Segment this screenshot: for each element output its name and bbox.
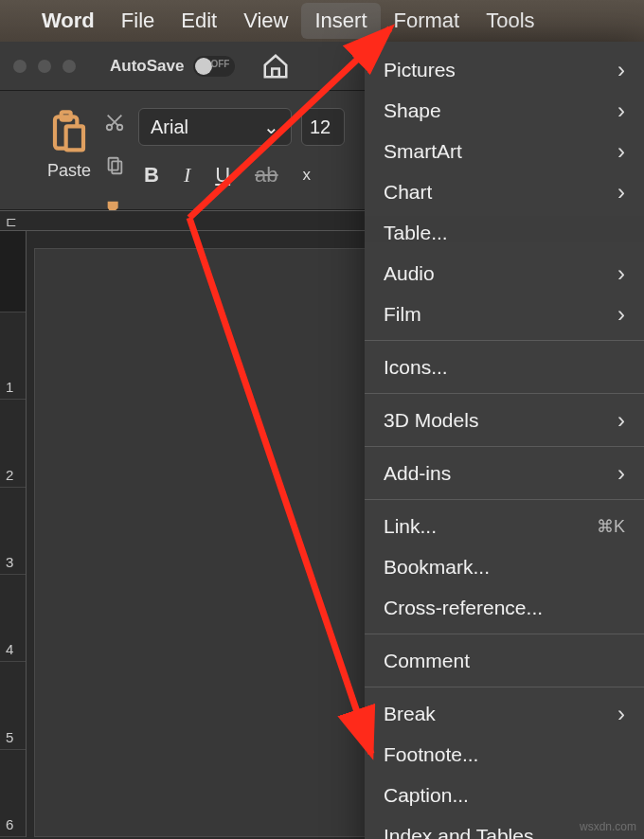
- menu-item-comment[interactable]: Comment: [365, 640, 644, 681]
- menu-item-3d-models[interactable]: 3D Models›: [365, 400, 644, 440]
- menu-item-label: Table...: [384, 222, 448, 244]
- paste-label: Paste: [47, 161, 91, 181]
- subscript-button[interactable]: x: [303, 166, 312, 185]
- menu-separator: [365, 340, 644, 341]
- font-name-select[interactable]: Arial ⌄: [138, 108, 292, 146]
- font-size-value: 12: [310, 116, 331, 138]
- home-icon[interactable]: [261, 52, 290, 80]
- ruler-tick: 6: [6, 816, 13, 832]
- menu-item-label: Footnote...: [384, 743, 478, 766]
- chevron-down-icon: ⌄: [263, 116, 279, 138]
- menu-item-table[interactable]: Table...: [365, 212, 644, 253]
- chevron-right-icon: ›: [617, 179, 625, 205]
- ruler-tick: 3: [6, 554, 13, 570]
- menu-item-footnote[interactable]: Footnote...: [365, 734, 644, 775]
- menu-item-shape[interactable]: Shape›: [365, 90, 644, 131]
- menu-item-label: 3D Models: [384, 409, 478, 432]
- svg-rect-6: [112, 161, 121, 173]
- insert-menu: Pictures›Shape›SmartArt›Chart›Table...Au…: [365, 42, 644, 839]
- menu-separator: [365, 687, 644, 687]
- menu-item-label: Break: [384, 703, 436, 725]
- menu-item-chart[interactable]: Chart›: [365, 171, 644, 212]
- menubar-format[interactable]: Format: [381, 3, 474, 39]
- ruler-tick: 5: [6, 729, 13, 745]
- close-traffic-light[interactable]: [13, 60, 27, 73]
- menu-item-label: Audio: [384, 262, 435, 285]
- svg-rect-2: [66, 126, 83, 150]
- toggle-track[interactable]: OFF: [193, 56, 235, 77]
- mac-menubar: Word File Edit View Insert Format Tools: [0, 0, 644, 42]
- menu-item-label: SmartArt: [384, 140, 462, 163]
- toggle-off-text: OFF: [210, 59, 229, 69]
- chevron-right-icon: ›: [617, 407, 625, 434]
- menu-item-label: Add-ins: [384, 462, 451, 485]
- minimize-traffic-light[interactable]: [38, 60, 51, 73]
- vertical-ruler[interactable]: 1 2 3 4 5 6: [0, 231, 27, 837]
- menubar-view[interactable]: View: [230, 3, 301, 39]
- ruler-margin: [0, 231, 26, 312]
- menubar-edit[interactable]: Edit: [168, 3, 230, 39]
- menu-item-add-ins[interactable]: Add-ins›: [365, 453, 644, 493]
- autosave-label: AutoSave: [110, 57, 184, 76]
- copy-icon[interactable]: [104, 155, 125, 180]
- menu-separator: [365, 634, 644, 634]
- menu-separator: [365, 446, 644, 447]
- chevron-right-icon: ›: [617, 138, 625, 165]
- ruler-marker-icon: ⊏: [6, 214, 17, 229]
- menu-item-icons[interactable]: Icons...: [365, 347, 644, 387]
- underline-button[interactable]: U: [215, 163, 230, 187]
- menu-item-label: Link...: [384, 515, 437, 538]
- chevron-right-icon: ›: [617, 98, 625, 124]
- chevron-right-icon: ›: [617, 460, 625, 487]
- menu-item-film[interactable]: Film›: [365, 294, 644, 334]
- menu-item-label: Bookmark...: [384, 556, 490, 579]
- menubar-app[interactable]: Word: [28, 3, 108, 39]
- menu-item-label: Caption...: [384, 784, 469, 807]
- menu-item-label: Shape: [384, 99, 441, 122]
- menu-separator: [365, 393, 644, 394]
- menubar-file[interactable]: File: [108, 3, 168, 39]
- menu-item-label: Icons...: [384, 356, 448, 379]
- font-group: Arial ⌄ 12 B I U ab x: [138, 108, 345, 187]
- zoom-traffic-light[interactable]: [63, 60, 76, 73]
- menu-item-smartart[interactable]: SmartArt›: [365, 131, 644, 171]
- chevron-right-icon: ›: [617, 57, 625, 83]
- italic-button[interactable]: I: [184, 163, 190, 187]
- attribution-watermark: wsxdn.com: [580, 820, 636, 833]
- menubar-insert[interactable]: Insert: [301, 3, 380, 39]
- menu-item-break[interactable]: Break›: [365, 693, 644, 734]
- paste-group: Paste: [17, 108, 121, 181]
- menu-item-label: Comment: [384, 650, 470, 672]
- autosave-toggle[interactable]: AutoSave OFF: [110, 56, 235, 77]
- ruler-tick: 1: [6, 379, 13, 395]
- menu-item-label: Pictures: [384, 59, 456, 81]
- ruler-tick: 2: [6, 467, 13, 483]
- font-size-select[interactable]: 12: [301, 108, 345, 146]
- chevron-right-icon: ›: [617, 260, 625, 287]
- menu-item-label: Chart: [384, 181, 432, 204]
- font-name-value: Arial: [151, 116, 188, 138]
- ruler-tick: 4: [6, 641, 13, 657]
- cut-icon[interactable]: [104, 112, 125, 136]
- chevron-right-icon: ›: [617, 301, 625, 328]
- menu-item-bookmark[interactable]: Bookmark...: [365, 546, 644, 587]
- menu-item-label: Film: [384, 303, 421, 326]
- chevron-right-icon: ›: [617, 701, 625, 727]
- menu-separator: [365, 499, 644, 500]
- menu-item-link[interactable]: Link...⌘K: [365, 506, 644, 546]
- paste-button[interactable]: [43, 108, 96, 157]
- menubar-tools[interactable]: Tools: [473, 3, 547, 39]
- strike-button[interactable]: ab: [255, 163, 277, 187]
- menu-shortcut: ⌘K: [597, 516, 625, 537]
- menu-item-caption[interactable]: Caption...: [365, 775, 644, 815]
- svg-rect-5: [109, 158, 118, 170]
- menu-item-cross-reference[interactable]: Cross-reference...: [365, 587, 644, 628]
- menu-item-audio[interactable]: Audio›: [365, 253, 644, 294]
- menu-item-label: Cross-reference...: [384, 597, 543, 619]
- bold-button[interactable]: B: [144, 163, 159, 187]
- menu-item-label: Index and Tables...: [384, 825, 550, 840]
- menu-item-pictures[interactable]: Pictures›: [365, 49, 644, 90]
